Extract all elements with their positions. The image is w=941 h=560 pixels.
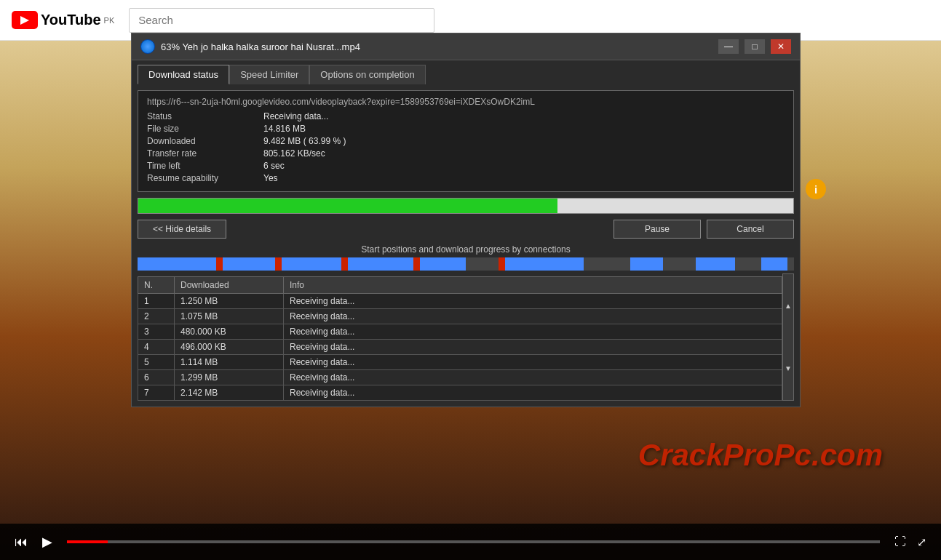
- player-right-icons: ⛶ ⤢: [894, 535, 926, 549]
- info-box: https://r6---sn-2uja-h0ml.googlevideo.co…: [138, 90, 794, 192]
- connection-progress-bar: [138, 257, 794, 271]
- close-button[interactable]: ✕: [771, 39, 791, 54]
- action-buttons: << Hide details Pause Cancel: [138, 220, 794, 239]
- cell-downloaded-6: 2.142 MB: [175, 385, 284, 401]
- pause-button[interactable]: Pause: [614, 220, 701, 239]
- downloaded-label: Downloaded: [147, 136, 263, 146]
- player-progress-bar[interactable]: [67, 540, 880, 543]
- transfer-label: Transfer rate: [147, 148, 263, 159]
- resume-label: Resume capability: [147, 173, 263, 183]
- cancel-button[interactable]: Cancel: [707, 220, 794, 239]
- cell-info-0: Receiving data...: [284, 294, 782, 309]
- cell-downloaded-1: 1.075 MB: [175, 309, 284, 324]
- yt-logo[interactable]: YouTube PK: [12, 11, 114, 29]
- cell-info-3: Receiving data...: [284, 340, 782, 355]
- conn-seg-1: [138, 257, 216, 271]
- info-circle-button[interactable]: i: [806, 179, 826, 199]
- cell-n-1: 2: [138, 309, 175, 324]
- cell-n-5: 6: [138, 370, 175, 385]
- transfer-row: Transfer rate 805.162 KB/sec: [147, 148, 785, 159]
- status-label: Status: [147, 111, 263, 121]
- timeleft-row: Time left 6 sec: [147, 161, 785, 171]
- tab-download-status[interactable]: Download status: [138, 65, 229, 84]
- conn-seg-14: [761, 257, 787, 271]
- url-text: https://r6---sn-2uja-h0ml.googlevideo.co…: [147, 97, 785, 107]
- yt-player-bar: ⏮ ▶ ⛶ ⤢: [0, 524, 941, 560]
- cell-downloaded-5: 1.299 MB: [175, 370, 284, 385]
- downloaded-value: 9.482 MB ( 63.99 % ): [263, 136, 346, 146]
- resize-icon[interactable]: ⤢: [917, 535, 926, 549]
- search-input[interactable]: [129, 8, 434, 33]
- conn-seg-10: [499, 257, 505, 271]
- table-row: 5 1.114 MB Receiving data...: [138, 355, 782, 370]
- tab-options-completion[interactable]: Options on completion: [309, 65, 425, 84]
- dialog-title-left: 63% Yeh jo halka halka suroor hai Nusrat…: [140, 39, 360, 54]
- conn-seg-12: [630, 257, 663, 271]
- cell-n-6: 7: [138, 385, 175, 401]
- transfer-value: 805.162 KB/sec: [263, 148, 325, 159]
- globe-icon: [140, 39, 155, 54]
- yt-logo-suffix: PK: [104, 16, 115, 25]
- cell-info-2: Receiving data...: [284, 324, 782, 340]
- col-header-downloaded: Downloaded: [175, 277, 284, 294]
- status-value: Receiving data...: [263, 111, 328, 121]
- download-dialog: 63% Yeh jo halka halka suroor hai Nusrat…: [131, 33, 801, 407]
- conn-seg-3: [223, 257, 275, 271]
- table-row: 2 1.075 MB Receiving data...: [138, 309, 782, 324]
- table-row: 3 480.000 KB Receiving data...: [138, 324, 782, 340]
- cell-info-5: Receiving data...: [284, 370, 782, 385]
- table-row: 6 1.299 MB Receiving data...: [138, 370, 782, 385]
- watermark: CrackProPc.com: [638, 438, 883, 473]
- conn-seg-5: [282, 257, 341, 271]
- table-scroll-wrapper[interactable]: N. Downloaded Info 1 1.250 MB Receiving …: [138, 273, 782, 401]
- download-table: N. Downloaded Info 1 1.250 MB Receiving …: [138, 276, 782, 401]
- scroll-down-button[interactable]: ▼: [783, 337, 793, 401]
- timeleft-label: Time left: [147, 161, 263, 171]
- yt-logo-icon: [12, 11, 38, 29]
- progress-fill: [138, 199, 557, 213]
- play-triangle: [20, 16, 29, 25]
- cell-info-1: Receiving data...: [284, 309, 782, 324]
- resume-value: Yes: [263, 173, 278, 183]
- col-header-n: N.: [138, 277, 175, 294]
- cell-n-2: 3: [138, 324, 175, 340]
- player-progress-fill: [67, 540, 108, 543]
- cell-downloaded-4: 1.114 MB: [175, 355, 284, 370]
- prev-button[interactable]: ⏮: [15, 535, 28, 550]
- tab-bar: Download status Speed Limiter Options on…: [132, 60, 800, 84]
- dialog-content: https://r6---sn-2uja-h0ml.googlevideo.co…: [132, 84, 800, 407]
- minimize-button[interactable]: —: [718, 39, 739, 54]
- conn-seg-11: [505, 257, 584, 271]
- downloaded-row: Downloaded 9.482 MB ( 63.99 % ): [147, 136, 785, 146]
- play-button[interactable]: ▶: [42, 534, 52, 550]
- col-header-info: Info: [284, 277, 782, 294]
- table-row: 1 1.250 MB Receiving data...: [138, 294, 782, 309]
- filesize-row: File size 14.816 MB: [147, 124, 785, 134]
- table-row: 7 2.142 MB Receiving data...: [138, 385, 782, 401]
- resume-row: Resume capability Yes: [147, 173, 785, 183]
- scroll-buttons: ▲ ▼: [782, 273, 794, 401]
- tab-speed-limiter[interactable]: Speed Limiter: [229, 65, 309, 84]
- connections-label: Start positions and download progress by…: [138, 244, 794, 255]
- cell-downloaded-3: 496.000 KB: [175, 340, 284, 355]
- fullscreen-icon[interactable]: ⛶: [894, 535, 906, 549]
- conn-seg-9: [420, 257, 466, 271]
- dialog-title-text: 63% Yeh jo halka halka suroor hai Nusrat…: [161, 41, 360, 52]
- maximize-button[interactable]: □: [745, 39, 765, 54]
- cell-downloaded-0: 1.250 MB: [175, 294, 284, 309]
- timeleft-value: 6 sec: [263, 161, 285, 171]
- dialog-controls: — □ ✕: [718, 39, 791, 54]
- scroll-up-button[interactable]: ▲: [783, 274, 793, 337]
- hide-details-button[interactable]: << Hide details: [138, 220, 226, 239]
- main-progress-bar: [138, 198, 794, 214]
- conn-seg-4: [275, 257, 282, 271]
- cell-n-3: 4: [138, 340, 175, 355]
- conn-seg-7: [348, 257, 413, 271]
- dialog-titlebar: 63% Yeh jo halka halka suroor hai Nusrat…: [132, 33, 800, 60]
- table-row: 4 496.000 KB Receiving data...: [138, 340, 782, 355]
- conn-seg-8: [413, 257, 420, 271]
- conn-seg-2: [216, 257, 223, 271]
- filesize-value: 14.816 MB: [263, 124, 306, 134]
- cell-n-0: 1: [138, 294, 175, 309]
- conn-seg-13: [696, 257, 735, 271]
